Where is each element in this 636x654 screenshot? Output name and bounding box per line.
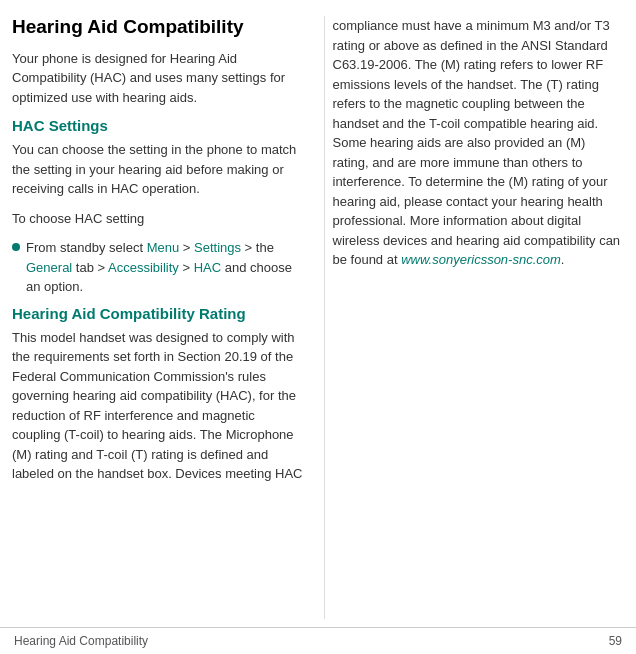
left-column: Hearing Aid Compatibility Your phone is … — [12, 16, 312, 619]
footer-right: 59 — [609, 634, 622, 648]
right-body-text2: . — [561, 252, 565, 267]
rating-body: This model handset was designed to compl… — [12, 328, 304, 484]
footer-left: Hearing Aid Compatibility — [14, 634, 148, 648]
hac-settings-body: You can choose the setting in the phone … — [12, 140, 304, 199]
hac-link[interactable]: HAC — [194, 260, 221, 275]
general-link[interactable]: General — [26, 260, 72, 275]
gt1: > — [179, 240, 194, 255]
intro-text: Your phone is designed for Hearing Aid C… — [12, 49, 304, 108]
bullet-text: From standby select Menu > Settings > th… — [26, 238, 304, 297]
website-link[interactable]: www.sonyericsson-snc.com — [401, 252, 561, 267]
footer-bar: Hearing Aid Compatibility 59 — [0, 627, 636, 654]
tab-text: tab > — [72, 260, 108, 275]
bullet-text-before: From standby select — [26, 240, 147, 255]
rating-heading: Hearing Aid Compatibility Rating — [12, 305, 304, 322]
accessibility-link[interactable]: Accessibility — [108, 260, 179, 275]
gt2: > the — [241, 240, 274, 255]
hac-instruction: To choose HAC setting — [12, 209, 304, 229]
settings-link[interactable]: Settings — [194, 240, 241, 255]
bullet-dot — [12, 243, 20, 251]
hac-settings-heading: HAC Settings — [12, 117, 304, 134]
page-container: Hearing Aid Compatibility Your phone is … — [0, 0, 636, 654]
menu-link[interactable]: Menu — [147, 240, 180, 255]
main-title: Hearing Aid Compatibility — [12, 16, 304, 39]
bullet-item: From standby select Menu > Settings > th… — [12, 238, 304, 297]
right-column: compliance must have a minimum M3 and/or… — [324, 16, 625, 619]
right-body: compliance must have a minimum M3 and/or… — [333, 16, 625, 270]
gt3: > — [179, 260, 194, 275]
right-body-text1: compliance must have a minimum M3 and/or… — [333, 18, 621, 267]
content-area: Hearing Aid Compatibility Your phone is … — [0, 0, 636, 627]
